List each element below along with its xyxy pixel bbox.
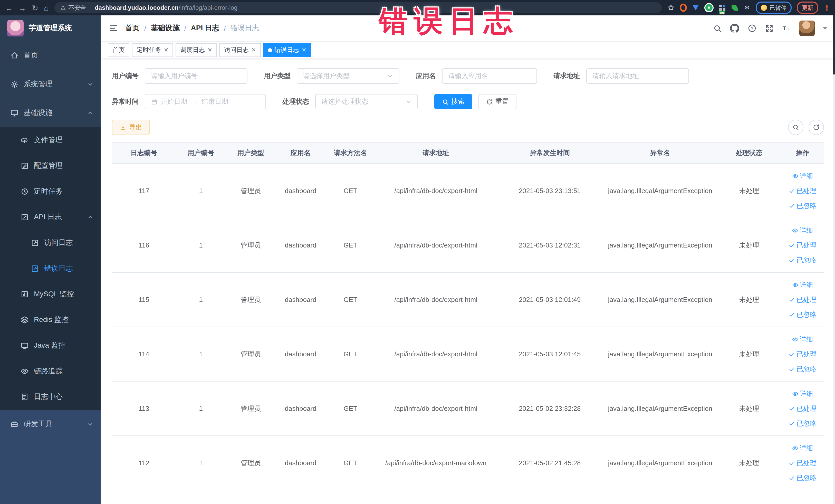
browser-address-bar: ← → ↻ ⌂ ⚠ 不安全 dashboard.yudao.iocoder.cn… [0, 0, 835, 15]
extension-v-icon[interactable]: V [704, 3, 714, 12]
mark-processed-link[interactable]: 已处理 [789, 241, 816, 250]
sidebar-item-home[interactable]: 首页 [0, 41, 101, 70]
bookmark-star-icon[interactable] [667, 4, 675, 11]
extension-vpn-icon[interactable] [692, 4, 699, 11]
detail-link[interactable]: 详细 [792, 226, 813, 235]
detail-link[interactable]: 详细 [792, 171, 813, 181]
mark-ignored-link[interactable]: 已忽略 [789, 256, 816, 265]
cell-exception-name: java.lang.IllegalArgumentException [603, 187, 717, 195]
sidebar-item-access-log[interactable]: 访问日志 [0, 230, 101, 256]
mark-ignored-link[interactable]: 已忽略 [789, 473, 816, 482]
cell-user-id: 1 [176, 241, 226, 249]
browser-back-button[interactable]: ← [5, 4, 13, 12]
sidebar-item-redis-monitor[interactable]: Redis 监控 [0, 307, 101, 333]
search-button[interactable]: 搜索 [434, 94, 472, 109]
mark-processed-link[interactable]: 已处理 [789, 349, 816, 359]
sidebar-item-java-monitor[interactable]: Java 监控 [0, 333, 101, 358]
detail-link[interactable]: 详细 [792, 389, 813, 398]
refresh-table-button[interactable] [809, 120, 824, 135]
sidebar-item-infrastructure[interactable]: 基础设施 [0, 99, 101, 127]
reset-button[interactable]: 重置 [478, 94, 516, 109]
help-icon[interactable]: ? [748, 24, 757, 33]
paused-extension-badge[interactable]: 已暂停 [756, 2, 792, 14]
sidebar-item-api-log[interactable]: API 日志 [0, 204, 101, 230]
extension-leaf-icon[interactable] [731, 4, 738, 11]
app-name-input[interactable]: 请输入应用名 [442, 68, 537, 84]
cell-exception-name: java.lang.IllegalArgumentException [603, 241, 717, 249]
display-icon [21, 341, 29, 350]
exception-time-range-picker[interactable]: 开始日期 ~ 结束日期 [145, 94, 266, 109]
user-type-select[interactable]: 请选择用户类型 [297, 68, 400, 84]
sidebar-item-log-center[interactable]: 日志中心 [0, 384, 101, 410]
github-icon[interactable] [730, 24, 739, 33]
breadcrumb-infrastructure[interactable]: 基础设施 [151, 24, 180, 33]
monitor-icon [10, 109, 19, 117]
extension-adblock-icon[interactable] [680, 4, 687, 11]
export-button[interactable]: 导出 [112, 120, 150, 135]
check-icon [789, 242, 795, 248]
browser-forward-button[interactable]: → [19, 4, 26, 12]
breadcrumb-home[interactable]: 首页 [125, 24, 140, 33]
fullscreen-icon[interactable] [765, 24, 774, 33]
mark-processed-link[interactable]: 已处理 [789, 458, 816, 467]
detail-link[interactable]: 详细 [792, 280, 813, 289]
browser-reload-button[interactable]: ↻ [32, 4, 38, 12]
scrollbar-thumb[interactable] [833, 15, 835, 75]
close-icon[interactable]: ✕ [251, 47, 256, 54]
check-icon [789, 460, 795, 466]
browser-update-button[interactable]: 更新 [797, 2, 818, 14]
toggle-search-button[interactable] [788, 120, 803, 135]
mark-processed-link[interactable]: 已处理 [789, 186, 816, 195]
divider [90, 5, 90, 11]
app-logo[interactable]: 芋道管理系统 [0, 15, 101, 41]
sidebar-item-error-log[interactable]: 错误日志 [0, 256, 101, 281]
detail-link[interactable]: 详细 [792, 335, 813, 344]
tab-schedule-log[interactable]: 调度日志✕ [176, 43, 217, 57]
sidebar-item-tracing[interactable]: 链路追踪 [0, 358, 101, 384]
sidebar-item-file-management[interactable]: 文件管理 [0, 127, 101, 153]
log-file-icon [21, 393, 29, 401]
app-title: 芋道管理系统 [29, 24, 72, 33]
process-status-select[interactable]: 请选择处理状态 [315, 94, 418, 109]
table-body: 117 1 管理员 dashboard GET /api/infra/db-do… [112, 164, 824, 490]
hamburger-icon[interactable] [109, 24, 118, 33]
sidebar-item-system[interactable]: 系统管理 [0, 70, 101, 99]
mark-ignored-link[interactable]: 已忽略 [789, 364, 816, 374]
detail-link[interactable]: 详细 [792, 443, 813, 452]
browser-menu-icon[interactable]: ⋮ [823, 4, 830, 12]
mark-processed-link[interactable]: 已处理 [789, 295, 816, 304]
avatar-caret-down-icon[interactable] [823, 27, 827, 29]
request-url-input[interactable]: 请输入请求地址 [586, 68, 689, 84]
extension-grid-icon[interactable]: on [719, 4, 726, 11]
tab-home[interactable]: 首页 [108, 43, 129, 57]
page-scrollbar[interactable] [833, 15, 835, 504]
mark-processed-link[interactable]: 已处理 [789, 404, 816, 413]
breadcrumb-api-log[interactable]: API 日志 [191, 24, 219, 33]
close-icon[interactable]: ✕ [207, 47, 212, 54]
mark-ignored-link[interactable]: 已忽略 [789, 201, 816, 210]
browser-home-button[interactable]: ⌂ [44, 4, 48, 12]
font-size-icon[interactable]: TT [782, 24, 791, 33]
tab-access-log[interactable]: 访问日志✕ [220, 43, 261, 57]
sidebar-item-mysql-monitor[interactable]: MySQL 监控 [0, 281, 101, 307]
search-icon[interactable] [713, 24, 722, 33]
check-icon [789, 311, 795, 318]
sidebar-item-scheduled-jobs[interactable]: 定时任务 [0, 179, 101, 204]
tab-error-log[interactable]: 错误日志✕ [263, 43, 311, 57]
mark-ignored-link[interactable]: 已忽略 [789, 310, 816, 319]
close-icon[interactable]: ✕ [164, 47, 168, 54]
sidebar-item-config-management[interactable]: 配置管理 [0, 153, 101, 179]
eye-icon [792, 227, 798, 234]
page-url[interactable]: dashboard.yudao.iocoder.cn/infra/log/api… [95, 4, 238, 11]
eye-icon [792, 336, 798, 342]
mark-ignored-link[interactable]: 已忽略 [789, 419, 816, 428]
url-bar[interactable]: ⚠ 不安全 dashboard.yudao.iocoder.cn/infra/l… [54, 2, 662, 13]
close-icon[interactable]: ✕ [302, 47, 306, 54]
user-id-input[interactable]: 请输入用户编号 [145, 68, 247, 84]
extensions-puzzle-icon[interactable]: ❄ [744, 4, 751, 11]
search-icon [442, 98, 449, 105]
security-warning-icon[interactable]: ⚠ 不安全 [60, 4, 86, 12]
user-avatar[interactable] [799, 21, 815, 36]
sidebar-item-dev-tools[interactable]: 研发工具 [0, 410, 101, 439]
tab-scheduled-jobs[interactable]: 定时任务✕ [132, 43, 173, 57]
